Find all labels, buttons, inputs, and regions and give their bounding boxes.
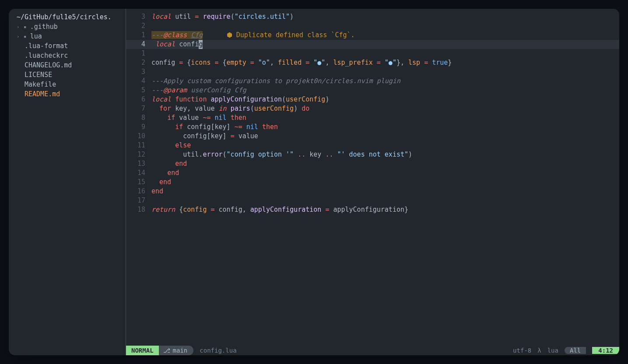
code-line[interactable]: 1 ---@class Cfg ⬢ Duplicate defined clas… [126,31,619,40]
statusline-percent: All [565,347,586,354]
code-line[interactable]: 16 end [126,187,619,196]
code-line[interactable]: 2 config = {icons = {empty = "o", filled… [126,58,619,67]
line-number: 6 [126,95,151,104]
folder-icon: ▪ [24,34,27,39]
editor-window: ~/GitHub/ful1e5/circles. › ▪ .github › ▪… [9,9,619,355]
tree-item-label: .github [30,23,58,31]
code-line[interactable]: 9 if config[key] ~= nil then [126,122,619,132]
tree-item-label: .luacheckrc [25,52,68,60]
code-line[interactable]: 18 return {config = config, applyConfigu… [126,205,619,214]
line-number: 8 [126,113,151,122]
tree-item-label: CHANGELOG.md [25,61,72,69]
code-line-current[interactable]: 4 local config [126,40,619,49]
code-line[interactable]: 4 ---Apply custom configurations to proj… [126,77,619,86]
line-number: 2 [126,21,151,31]
code-line[interactable]: 3 [126,67,619,77]
code-line[interactable]: 17 [126,196,619,205]
folder-icon: ▪ [24,24,27,30]
code-line[interactable]: 15 end [126,178,619,187]
cursor: g [199,40,203,49]
statusline-mode: NORMAL [126,346,159,355]
code-line[interactable]: 2 [126,21,619,31]
code-line[interactable]: 3 local util = require("circles.util") [126,12,619,21]
tree-file-luacheckrc[interactable]: .luacheckrc [9,51,126,60]
line-number: 1 [126,31,151,40]
tree-file-changelog[interactable]: CHANGELOG.md [9,60,126,70]
tree-item-label: lua [30,32,42,40]
tree-file-readme[interactable]: README.md [9,89,126,99]
statusline-encoding: utf-8 [513,347,531,354]
line-number: 5 [126,86,151,95]
line-number: 11 [126,141,151,150]
line-number: 18 [126,205,151,214]
line-number: 1 [126,49,151,58]
code-line[interactable]: 5 ---@param userConfig Cfg [126,86,619,95]
line-number: 4 [126,77,151,86]
line-number: 16 [126,187,151,196]
tree-file-license[interactable]: LICENSE [9,70,126,80]
code-line[interactable]: 12 util.error("config option '" .. key .… [126,150,619,159]
git-branch-icon: ⎇ [163,347,170,354]
statusline: NORMAL ⎇ main config.lua utf-8 λ lua All… [126,346,619,355]
code-line[interactable]: 7 for key, value in pairs(userConfig) do [126,104,619,113]
line-number: 3 [126,12,151,21]
line-number: 13 [126,159,151,168]
tree-item-label: Makefile [25,80,56,88]
file-tree-sidebar[interactable]: ~/GitHub/ful1e5/circles. › ▪ .github › ▪… [9,9,126,355]
line-number-current: 4 [126,40,151,49]
code-area[interactable]: 3 local util = require("circles.util") 2… [126,9,619,346]
statusline-branch-name: main [173,347,188,354]
line-number: 10 [126,132,151,141]
code-line[interactable]: 13 end [126,159,619,168]
code-line[interactable]: 10 config[key] = value [126,132,619,141]
line-number: 14 [126,168,151,178]
code-line[interactable]: 11 else [126,141,619,150]
chevron-right-icon: › [17,24,20,30]
tree-item-label: .lua-format [25,42,68,50]
editor-pane[interactable]: 3 local util = require("circles.util") 2… [126,9,619,355]
statusline-filename: config.lua [193,347,242,354]
tree-root-path: ~/GitHub/ful1e5/circles. [9,12,126,22]
line-number: 15 [126,178,151,187]
statusline-filetype: lua [547,347,558,354]
line-number: 7 [126,104,151,113]
tree-folder-lua[interactable]: › ▪ lua [9,32,126,41]
code-line[interactable]: 8 if value ~= nil then [126,113,619,122]
chevron-right-icon: › [17,34,20,39]
filetype-icon: λ [537,347,541,354]
tree-folder-github[interactable]: › ▪ .github [9,22,126,32]
code-line[interactable]: 1 [126,49,619,58]
line-number: 17 [126,196,151,205]
diagnostic-message: Duplicate defined class `Cfg`. [236,31,355,39]
tree-file-lua-format[interactable]: .lua-format [9,41,126,51]
line-number: 12 [126,150,151,159]
line-number: 2 [126,58,151,67]
code-line[interactable]: 6 local function applyConfiguration(user… [126,95,619,104]
tree-item-label: README.md [25,90,60,98]
statusline-position: 4:12 [592,347,619,354]
tree-file-makefile[interactable]: Makefile [9,80,126,89]
line-number: 9 [126,122,151,132]
line-number: 3 [126,67,151,77]
statusline-git-branch: ⎇ main [159,346,194,355]
code-line[interactable]: 14 end [126,168,619,178]
tree-item-label: LICENSE [25,71,52,79]
diagnostic-warning-icon: ⬢ [227,31,232,39]
